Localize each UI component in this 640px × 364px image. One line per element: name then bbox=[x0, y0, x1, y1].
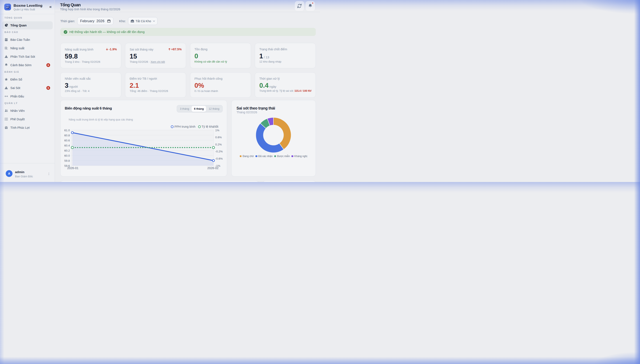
svg-text:59.8: 59.8 bbox=[64, 159, 70, 162]
svg-text:-0.6%: -0.6% bbox=[215, 157, 223, 160]
svg-text:2026-02: 2026-02 bbox=[207, 166, 219, 170]
svg-text:0.2%: 0.2% bbox=[215, 143, 222, 146]
svg-text:1%: 1% bbox=[215, 129, 220, 132]
svg-text:-0.2%: -0.2% bbox=[215, 150, 223, 153]
svg-text:2026-01: 2026-01 bbox=[67, 166, 78, 170]
svg-text:60.0: 60.0 bbox=[64, 154, 70, 157]
svg-text:61.0: 61.0 bbox=[64, 129, 70, 132]
svg-text:60.6: 60.6 bbox=[64, 139, 70, 142]
svg-text:60.4: 60.4 bbox=[64, 144, 70, 147]
svg-text:0.6%: 0.6% bbox=[215, 136, 222, 139]
svg-text:60.8: 60.8 bbox=[64, 134, 70, 137]
svg-text:60.2: 60.2 bbox=[64, 149, 70, 152]
